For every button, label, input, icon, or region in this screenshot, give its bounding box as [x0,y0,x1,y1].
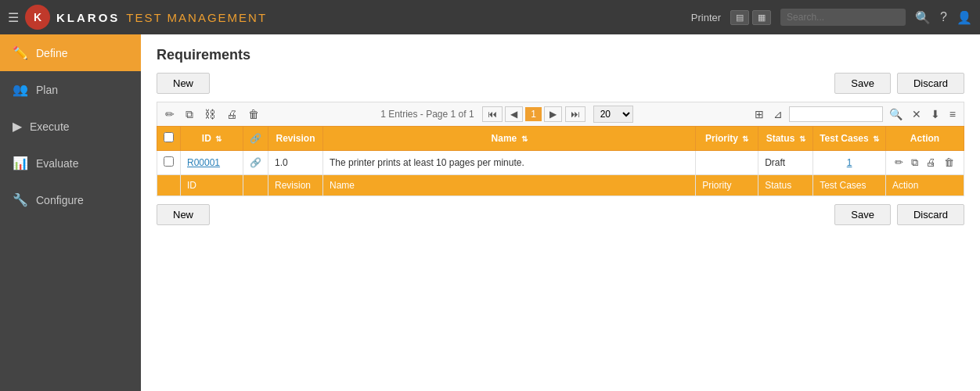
row-print-btn[interactable]: 🖨 [924,156,939,170]
printer-icons: ▤ ▦ [730,10,771,25]
main-content: Requirements New Save Discard ✏ ⧉ ⛓ 🖨 🗑 … [141,34,980,391]
footer-status: Status [758,175,813,196]
row-copy-btn[interactable]: ⧉ [909,156,921,170]
bottom-right-buttons: Save Discard [834,204,964,225]
help-button[interactable]: ? [940,10,947,24]
row-priority-cell [696,151,758,175]
download-btn[interactable]: ⬇ [928,106,943,122]
table-row: R00001 🔗 1.0 The printer prints at least… [157,151,964,175]
revision-col-header[interactable]: Revision [268,127,323,151]
footer-name: Name [323,175,696,196]
print-toolbar-btn[interactable]: 🖨 [223,106,240,122]
discard-button-bottom[interactable]: Discard [897,204,964,225]
sidebar-label-configure: Configure [36,194,84,206]
prev-page-btn[interactable]: ◀ [505,106,523,122]
footer-cb [157,175,181,196]
save-button-bottom[interactable]: Save [834,204,891,225]
global-search-input[interactable] [780,9,906,26]
search-icon[interactable]: 🔍 [915,10,931,25]
row-test-cases-cell[interactable]: 1 [813,151,886,175]
row-status-cell: Draft [758,151,813,175]
menu-button[interactable]: ☰ [8,10,19,25]
pagination-info: 1 Entries - Page 1 of 1 ⏮ ◀ 1 ▶ ⏭ 20 50 … [267,106,747,123]
table-search-icon[interactable]: 🔍 [886,106,906,122]
brand-subtitle: TEST MANAGEMENT [126,11,267,24]
row-id-cell[interactable]: R00001 [181,151,243,175]
brand-name: KLAROS [56,11,120,24]
status-col-header[interactable]: Status ⇅ [758,127,813,151]
page-title: Requirements [157,47,964,63]
sidebar-item-configure[interactable]: 🔧 Configure [0,181,141,218]
link-col-header: 🔗 [243,127,268,151]
navbar-brand: ☰ K KLAROS TEST MANAGEMENT [8,5,691,30]
configure-icon: 🔧 [13,192,28,207]
sidebar-label-define: Define [36,47,67,59]
sidebar-item-plan[interactable]: 👥 Plan [0,71,141,108]
plan-icon: 👥 [13,82,28,97]
row-revision-cell: 1.0 [268,151,323,175]
row-delete-btn[interactable]: 🗑 [942,156,957,170]
footer-id: ID [181,175,243,196]
current-page: 1 [525,107,542,121]
table-right-icons: ⊞ ⊿ 🔍 ✕ ⬇ ≡ [751,106,959,122]
action-col-header: Action [886,127,964,151]
footer-test-cases: Test Cases [813,175,886,196]
sidebar-item-define[interactable]: ✏️ Define [0,34,141,71]
footer-priority: Priority [696,175,758,196]
row-checkbox[interactable] [164,156,174,167]
action-icons: ✏ ⧉ 🖨 🗑 [892,156,957,170]
row-link-cell[interactable]: 🔗 [243,151,268,175]
layout: ✏️ Define 👥 Plan ▶ Execute 📊 Evaluate 🔧 … [0,34,980,391]
top-right-buttons: Save Discard [834,73,964,94]
per-page-select[interactable]: 20 50 100 [593,106,633,123]
execute-icon: ▶ [13,119,22,134]
columns-btn[interactable]: ≡ [946,106,959,122]
printer-grid-btn[interactable]: ▦ [752,10,771,25]
table-toolbar: ✏ ⧉ ⛓ 🖨 🗑 1 Entries - Page 1 of 1 ⏮ ◀ 1 … [157,102,964,126]
printer-label: Printer [691,12,721,23]
footer-row: ID Revision Name Priority Status Test Ca… [157,175,964,196]
new-button-bottom[interactable]: New [157,204,210,225]
select-all-checkbox[interactable] [164,132,174,142]
brand-logo: K [25,5,50,30]
save-button-top[interactable]: Save [834,73,891,94]
row-name-cell: The printer prints at least 10 pages per… [323,151,696,175]
top-action-bar: New Save Discard [157,73,964,94]
sidebar: ✏️ Define 👥 Plan ▶ Execute 📊 Evaluate 🔧 … [0,34,141,391]
sidebar-label-evaluate: Evaluate [36,157,78,170]
edit-toolbar-btn[interactable]: ✏ [162,106,178,122]
copy-toolbar-btn[interactable]: ⧉ [182,106,196,123]
define-icon: ✏️ [13,45,28,60]
discard-button-top[interactable]: Discard [897,73,964,94]
bottom-action-bar: New Save Discard [157,204,964,225]
test-cases-col-header[interactable]: Test Cases ⇅ [813,127,886,151]
checkbox-col-header[interactable] [157,127,181,151]
requirements-table: ID ⇅ 🔗 Revision Name ⇅ Priority ⇅ Status… [157,126,964,196]
link-toolbar-btn[interactable]: ⛓ [201,106,218,122]
table-search-input[interactable] [789,106,883,122]
evaluate-icon: 📊 [13,156,28,170]
user-menu-button[interactable]: 👤 [957,10,972,25]
priority-col-header[interactable]: Priority ⇅ [696,127,758,151]
new-button-top[interactable]: New [157,73,210,94]
footer-link [243,175,268,196]
last-page-btn[interactable]: ⏭ [565,106,585,122]
footer-action: Action [886,175,964,196]
row-edit-btn[interactable]: ✏ [892,156,906,170]
sidebar-label-plan: Plan [36,84,58,96]
delete-toolbar-btn[interactable]: 🗑 [245,106,262,122]
table-search-clear[interactable]: ✕ [909,106,924,122]
row-checkbox-cell[interactable] [157,151,181,175]
group-btn[interactable]: ⊞ [751,106,767,122]
id-col-header[interactable]: ID ⇅ [181,127,243,151]
row-action-cell: ✏ ⧉ 🖨 🗑 [886,151,964,175]
name-col-header[interactable]: Name ⇅ [323,127,696,151]
navbar-right: Printer ▤ ▦ 🔍 ? 👤 [691,9,972,26]
printer-list-btn[interactable]: ▤ [730,10,749,25]
filter-btn[interactable]: ⊿ [770,106,786,122]
first-page-btn[interactable]: ⏮ [482,106,503,122]
sidebar-item-execute[interactable]: ▶ Execute [0,108,141,145]
next-page-btn[interactable]: ▶ [544,106,562,122]
sidebar-item-evaluate[interactable]: 📊 Evaluate [0,145,141,181]
sidebar-label-execute: Execute [30,120,70,133]
